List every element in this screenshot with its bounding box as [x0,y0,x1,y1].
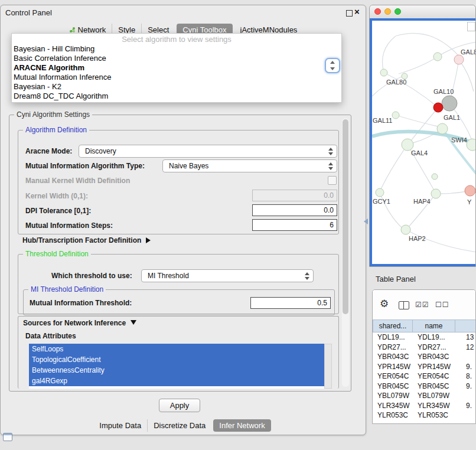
dpi-tolerance-input[interactable] [252,204,337,216]
network-window-titlebar [370,5,475,19]
table-row[interactable]: YDR27...YDR27...12 [373,343,475,353]
kernel-width-label: Kernel Width (0,1): [25,192,88,200]
algorithm-option-dream8-dc-tdc-algorithm[interactable]: Dream8 DC_TDC Algorithm [12,92,341,101]
node-label: GAL1 [444,114,460,121]
cell: YLR053C [373,411,413,419]
table-row[interactable]: YDL19...YDL19...13 [373,332,475,343]
mi-steps-input[interactable] [252,219,337,231]
select-all-checkboxes-icon[interactable]: ☑☑ [415,301,429,308]
aracne-mode-label: Aracne Mode: [25,147,72,155]
attribute-item-gal4rgexp[interactable]: gal4RGexp [29,376,324,386]
graph-node[interactable] [437,123,448,134]
table-row[interactable]: YBL079WYBL079W [373,391,475,401]
graph-node[interactable] [402,139,413,151]
graph-node[interactable] [432,174,438,180]
attribute-item-selfloops[interactable]: SelfLoops [29,344,324,354]
graph-node[interactable] [380,69,387,76]
settings-scrollbar[interactable] [342,118,349,387]
cell: YBL079W [413,392,455,400]
threshold-definition-group: Threshold Definition Which threshold to … [18,254,339,314]
cell: YLR345W [413,402,455,410]
splitter-handle[interactable] [364,219,368,224]
node-label: HAP4 [413,198,431,205]
algorithm-option-aracne-algorithm[interactable]: ARACNE Algorithm [12,63,341,73]
cell: YPR145W [373,363,413,371]
cell: YDR27... [373,343,413,351]
cell: YBR043C [413,353,455,361]
mi-threshold-input[interactable] [250,297,331,309]
mi-type-value: Naive Bayes [169,162,208,170]
graph-edge [384,73,438,107]
network-canvas[interactable]: GAL8GAL80GAL10GAL11GAL1SWI4GAL4GCY1HAP4Y… [370,18,475,266]
control-panel-window: Control Panel × NetworkStyleSelectCyni T… [0,5,366,435]
node-label: HAP2 [409,235,426,242]
hub-definition-expander[interactable]: Hub/Transcription Factor Definition [22,236,151,244]
table-row[interactable]: YER054CYER054C8. [373,371,475,381]
column-header-shared[interactable]: shared... [373,319,413,332]
algorithm-definition-title: Algorithm Definition [23,126,89,134]
graph-node[interactable] [431,189,441,198]
bottom-tab-bar: Impute DataDiscretize DataInfer Network [1,418,366,433]
graph-node[interactable] [467,139,475,151]
float-panel-button[interactable] [346,10,353,17]
mi-threshold-group-title: MI Threshold Definition [28,285,106,294]
stepper-icon [328,148,334,155]
attribute-item-topologicalcoefficient[interactable]: TopologicalCoefficient [29,354,324,365]
stepper-icon [305,272,310,280]
network-graph: GAL8GAL80GAL10GAL11GAL1SWI4GAL4GCY1HAP4Y… [372,21,475,265]
close-panel-button[interactable]: × [354,6,360,17]
mi-algorithm-type-select[interactable]: Naive Bayes [162,159,337,172]
tab-discretize-data[interactable]: Discretize Data [147,419,211,432]
tab-label: Discretize Data [154,421,206,430]
minimized-panel-icon[interactable] [3,433,12,441]
table-row[interactable]: YBR043CYBR043C [373,352,475,362]
zoom-window-button[interactable] [395,8,401,15]
algorithm-option-mutual-information-inference[interactable]: Mutual Information Inference [12,73,341,82]
graph-node[interactable] [392,112,399,119]
graph-node[interactable] [465,185,475,196]
data-attributes-label: Data Attributes [25,332,76,340]
deselect-all-checkboxes-icon[interactable]: ☐☐ [435,301,449,308]
table-row[interactable]: YBR045CYBR045C9. [373,381,475,392]
algorithm-option-bayesian-hill-climbing[interactable]: Bayesian - Hill Climbing [12,44,341,54]
columns-icon[interactable] [399,301,409,309]
graph-node[interactable] [442,96,457,111]
which-threshold-value: MI Threshold [148,272,189,280]
sources-group: Sources for Network Inference Data Attri… [18,316,339,389]
graph-node[interactable] [433,53,442,61]
algorithm-option-bayesian-k2[interactable]: Bayesian - K2 [12,82,341,92]
graph-node[interactable] [433,103,443,112]
close-window-button[interactable] [374,8,381,15]
attribute-item-betweennesscentrality[interactable]: BetweennessCentrality [29,365,324,376]
column-header-name[interactable]: name [413,319,455,332]
attributes-scrollbar[interactable] [324,344,332,389]
algorithm-select-stepper[interactable] [325,58,340,73]
kernel-width-input [252,190,337,201]
minimize-window-button[interactable] [384,8,391,15]
gear-icon[interactable]: ⚙ [380,299,389,309]
graph-edge [399,57,438,74]
graph-node[interactable] [401,225,410,234]
table-header-row: shared...name [373,319,475,332]
tab-impute-data[interactable]: Impute Data [93,419,147,432]
aracne-mode-select[interactable]: Discovery [79,145,337,158]
tab-infer-network[interactable]: Infer Network [213,419,270,432]
cell: YBR045C [413,382,455,390]
table-row[interactable]: YLR345WYLR345W9. [373,401,475,411]
column-header-col2[interactable] [455,319,476,332]
attributes-list[interactable]: SelfLoopsTopologicalCoefficientBetweenne… [29,344,324,389]
which-threshold-select[interactable]: MI Threshold [141,269,314,282]
table-panel-title: Table Panel [376,275,416,283]
sources-expander[interactable]: Sources for Network Inference [23,319,136,327]
table-row[interactable]: YLR053CYLR053C [373,410,475,420]
apply-button[interactable]: Apply [159,399,200,412]
graph-node[interactable] [454,55,464,64]
algorithm-option-basic-correlation-inference[interactable]: Basic Correlation Inference [12,54,341,63]
cell: YPR145W [413,363,455,371]
scrollbar-thumb[interactable] [343,119,348,314]
graph-node[interactable] [376,188,384,197]
network-scrollbar-stub[interactable] [467,22,475,31]
manual-kernel-label: Manual Kernel Width Definition [25,177,130,185]
node-label: GAL8 [461,48,475,56]
table-row[interactable]: YPR145WYPR145W9. [373,362,475,372]
